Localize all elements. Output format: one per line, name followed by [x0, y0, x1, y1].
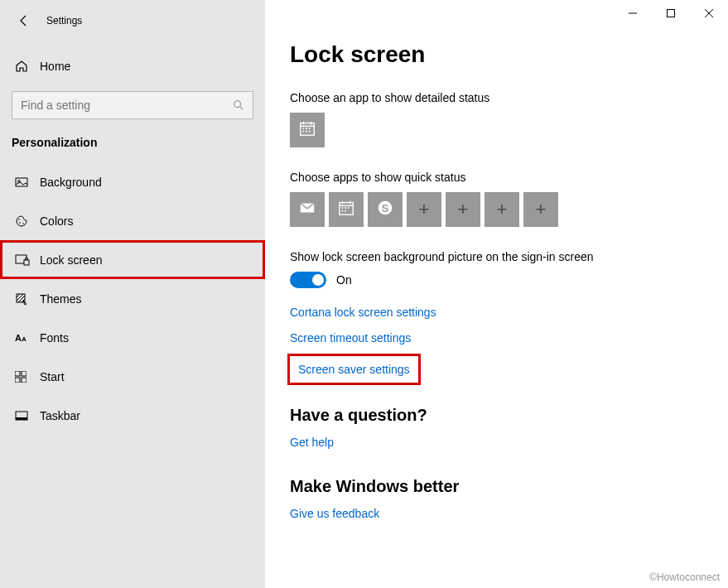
nav-label: Background — [40, 176, 102, 189]
svg-rect-12 — [15, 378, 20, 383]
plus-icon: + — [497, 199, 508, 220]
home-label: Home — [40, 60, 70, 73]
svg-rect-25 — [306, 128, 307, 129]
fonts-icon: AA — [15, 333, 30, 343]
svg-line-1 — [240, 107, 243, 110]
svg-rect-35 — [345, 207, 346, 209]
watermark: ©Howtoconnect — [649, 571, 720, 583]
nav-label: Fonts — [40, 331, 69, 345]
svg-rect-27 — [303, 131, 305, 133]
svg-rect-37 — [342, 210, 344, 212]
svg-rect-15 — [16, 417, 27, 420]
svg-rect-26 — [309, 128, 311, 129]
get-help-link[interactable]: Get help — [290, 436, 334, 449]
home-nav[interactable]: Home — [0, 50, 265, 83]
signin-bg-toggle[interactable] — [290, 272, 326, 288]
svg-rect-36 — [348, 207, 350, 209]
nav-start[interactable]: Start — [0, 357, 265, 396]
minimize-button[interactable] — [614, 0, 652, 27]
nav-taskbar[interactable]: Taskbar — [0, 396, 265, 435]
cortana-lock-screen-link[interactable]: Cortana lock screen settings — [290, 306, 436, 319]
nav-fonts[interactable]: AA Fonts — [0, 318, 265, 357]
screen-saver-link[interactable]: Screen saver settings — [290, 356, 418, 383]
screen-timeout-link[interactable]: Screen timeout settings — [290, 331, 411, 345]
signin-bg-label: Show lock screen background picture on t… — [290, 250, 703, 263]
nav-themes[interactable]: Themes — [0, 279, 265, 318]
plus-icon: + — [419, 199, 430, 220]
svg-point-6 — [22, 223, 24, 224]
detailed-status-app-tile[interactable] — [290, 113, 325, 147]
svg-rect-38 — [345, 210, 346, 212]
themes-icon — [15, 292, 30, 306]
calendar-icon — [337, 199, 355, 220]
quick-status-tile-skype[interactable]: S — [368, 192, 403, 227]
quick-status-label: Choose apps to show quick status — [290, 171, 703, 184]
svg-rect-2 — [16, 178, 27, 186]
svg-rect-11 — [22, 371, 27, 376]
svg-point-4 — [18, 219, 20, 220]
better-heading: Make Windows better — [290, 477, 703, 496]
start-icon — [15, 371, 30, 383]
feedback-link[interactable]: Give us feedback — [290, 507, 379, 520]
nav-label: Start — [40, 370, 65, 383]
back-button[interactable] — [17, 13, 31, 28]
search-box[interactable] — [12, 91, 253, 119]
window-titlebar — [614, 0, 728, 27]
quick-status-tile-add-1[interactable]: + — [407, 192, 441, 227]
toggle-state-label: On — [336, 273, 352, 287]
settings-sidebar: Settings Home Personalization Background… — [0, 0, 265, 588]
svg-text:S: S — [382, 202, 389, 214]
quick-status-tile-add-4[interactable]: + — [523, 192, 558, 227]
svg-rect-13 — [22, 378, 27, 383]
svg-rect-29 — [309, 131, 311, 133]
nav-label: Colors — [40, 214, 73, 228]
svg-point-0 — [234, 101, 241, 108]
question-heading: Have a question? — [290, 406, 703, 425]
close-button[interactable] — [690, 0, 728, 27]
nav-label: Lock screen — [40, 253, 102, 267]
maximize-button[interactable] — [652, 0, 690, 27]
nav-lock-screen[interactable]: Lock screen — [0, 240, 265, 279]
app-title: Settings — [46, 15, 82, 27]
svg-rect-10 — [15, 371, 20, 376]
quick-status-tile-add-3[interactable]: + — [485, 192, 519, 227]
skype-icon: S — [376, 199, 394, 220]
nav-background[interactable]: Background — [0, 162, 265, 201]
home-icon — [15, 60, 30, 73]
taskbar-icon — [15, 411, 30, 421]
search-icon — [233, 99, 244, 111]
quick-status-tile-calendar[interactable] — [329, 192, 364, 227]
palette-icon — [15, 214, 30, 228]
svg-point-5 — [19, 222, 21, 224]
svg-rect-24 — [303, 128, 305, 129]
picture-icon — [15, 176, 30, 189]
lock-screen-icon — [15, 253, 30, 267]
quick-status-tile-mail[interactable] — [290, 192, 325, 227]
svg-rect-17 — [668, 10, 675, 17]
svg-rect-34 — [342, 207, 344, 209]
plus-icon: + — [458, 199, 469, 220]
plus-icon: + — [536, 199, 547, 220]
detailed-status-label: Choose an app to show detailed status — [290, 91, 703, 104]
calendar-icon — [298, 119, 316, 141]
main-content: Lock screen Choose an app to show detail… — [265, 0, 728, 588]
mail-icon — [298, 199, 316, 220]
category-header: Personalization — [0, 119, 265, 162]
nav-colors[interactable]: Colors — [0, 201, 265, 240]
nav-label: Taskbar — [40, 409, 80, 422]
page-title: Lock screen — [290, 41, 703, 68]
svg-rect-28 — [306, 131, 307, 133]
quick-status-tile-add-2[interactable]: + — [446, 192, 480, 227]
nav-label: Themes — [40, 292, 82, 306]
svg-rect-8 — [24, 260, 29, 265]
search-input[interactable] — [21, 99, 233, 112]
